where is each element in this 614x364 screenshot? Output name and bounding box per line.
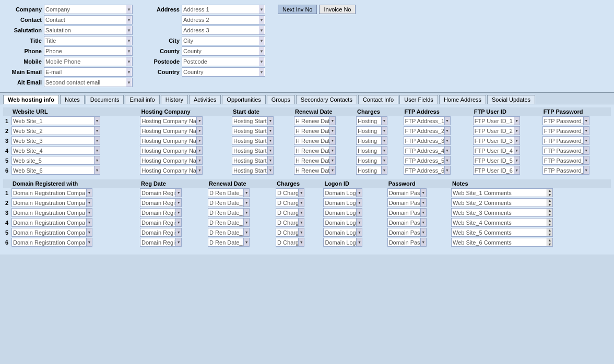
hosting-company-6-cell[interactable]: Hosting Company Name_▼: [140, 166, 203, 175]
hosting-start-2-cell[interactable]: Hosting Start▼: [232, 126, 274, 135]
tab-activities[interactable]: Activities: [189, 95, 221, 104]
domain-notes-6-scroll-down[interactable]: ▼: [547, 242, 552, 247]
domain-charges-5-cell[interactable]: D Charg▼: [276, 228, 304, 237]
hosting-ftpaddr-4-cell[interactable]: FTP Address_4▼: [404, 146, 451, 155]
hosting-charges-1-cell[interactable]: Hosting▼: [356, 116, 387, 125]
tab-notes[interactable]: Notes: [60, 95, 85, 104]
hosting-ftpuid-6-cell[interactable]: FTP User ID_6▼: [473, 166, 520, 175]
hosting-ftpaddr-6-cell[interactable]: FTP Address_6▼: [404, 166, 451, 175]
hosting-ftpuid-4-cell[interactable]: FTP User ID_4▼: [473, 146, 520, 155]
domain-notes-5-scroll-down[interactable]: ▼: [547, 233, 552, 237]
domain-regdate-3-cell[interactable]: Domain Regis▼: [140, 208, 182, 217]
domain-logon-5-cell[interactable]: Domain Logc▼: [323, 228, 362, 237]
hosting-renewal-6-cell[interactable]: H Renew Dat▼: [294, 166, 336, 175]
input-city[interactable]: City▼: [182, 36, 265, 45]
input-addr2[interactable]: Address 2▼: [182, 15, 265, 25]
domain-pw-5-cell[interactable]: Domain Passw▼: [387, 228, 427, 237]
domain-pw-4-cell[interactable]: Domain Passw▼: [387, 218, 427, 227]
hosting-start-6-cell[interactable]: Hosting Start▼: [232, 166, 274, 175]
domain-pw-2-cell[interactable]: Domain Passw▼: [387, 198, 427, 207]
hosting-charges-4-cell[interactable]: Hosting▼: [356, 146, 387, 155]
domain-notes-2-textarea[interactable]: Web Site_2 Comments▲▼: [451, 198, 553, 207]
domain-rendate-1-cell[interactable]: D Ren Date_▼: [208, 188, 250, 197]
domain-notes-6-scroll-up[interactable]: ▲: [547, 238, 552, 242]
domain-rendate-5-cell[interactable]: D Ren Date_▼: [208, 228, 250, 237]
domain-logon-3-cell[interactable]: Domain Logc▼: [323, 208, 362, 217]
domain-rendate-4-cell[interactable]: D Ren Date_▼: [208, 218, 250, 227]
hosting-start-5-cell[interactable]: Hosting Start▼: [232, 156, 274, 165]
tab-user-fields[interactable]: User Fields: [399, 95, 438, 104]
hosting-company-2-cell[interactable]: Hosting Company Name_▼: [140, 126, 203, 135]
hosting-ftpaddr-2-cell[interactable]: FTP Address_2▼: [404, 126, 451, 135]
domain-logon-1-cell[interactable]: Domain Logc▼: [323, 188, 362, 197]
input-main-email[interactable]: E-mail▼: [44, 67, 133, 77]
domain-charges-1-cell[interactable]: D Charg▼: [276, 188, 304, 197]
tab-web-hosting-info[interactable]: Web hosting info: [3, 95, 59, 104]
domain-logon-2-cell[interactable]: Domain Logc▼: [323, 198, 362, 207]
input-title[interactable]: Title▼: [44, 36, 133, 45]
hosting-start-1-cell[interactable]: Hosting Start▼: [232, 116, 274, 125]
domain-regdate-5-cell[interactable]: Domain Regis▼: [140, 228, 182, 237]
hosting-ftppw-6-cell[interactable]: FTP Password_6▼: [542, 166, 589, 175]
invoice-button[interactable]: Invoice No: [319, 5, 356, 14]
domain-logon-4-cell[interactable]: Domain Logc▼: [323, 218, 362, 227]
tab-opportunities[interactable]: Opportunities: [222, 95, 265, 104]
tab-email-info[interactable]: Email info: [125, 95, 159, 104]
tab-home-address[interactable]: Home Address: [439, 95, 486, 104]
input-country[interactable]: Country▼: [182, 67, 265, 77]
hosting-ftppw-2-cell[interactable]: FTP Password_2▼: [542, 126, 589, 135]
hosting-ftppw-4-cell[interactable]: FTP Password_4▼: [542, 146, 589, 155]
domain-pw-1-cell[interactable]: Domain Passw▼: [387, 188, 427, 197]
domain-regdate-4-cell[interactable]: Domain Regis▼: [140, 218, 182, 227]
domain-notes-4-scroll-down[interactable]: ▼: [547, 223, 552, 227]
input-mobile[interactable]: Mobile Phone▼: [44, 57, 133, 66]
hosting-charges-6-cell[interactable]: Hosting▼: [356, 166, 387, 175]
hosting-company-3-cell[interactable]: Hosting Company Name_▼: [140, 136, 203, 145]
domain-charges-4-cell[interactable]: D Charg▼: [276, 218, 304, 227]
hosting-ftpaddr-3-cell[interactable]: FTP Address_3▼: [404, 136, 451, 145]
hosting-ftpuid-3-cell[interactable]: FTP User ID_3▼: [473, 136, 520, 145]
domain-charges-6-cell[interactable]: D Charg▼: [276, 238, 304, 247]
domain-notes-3-scroll-up[interactable]: ▲: [547, 209, 552, 213]
hosting-ftppw-1-cell[interactable]: FTP Password_1▼: [542, 116, 589, 125]
hosting-url-6-cell[interactable]: Web Site_6▼: [11, 166, 100, 175]
domain-notes-3-scroll-down[interactable]: ▼: [547, 213, 552, 217]
domain-pw-3-cell[interactable]: Domain Passw▼: [387, 208, 427, 217]
hosting-start-3-cell[interactable]: Hosting Start▼: [232, 136, 274, 145]
hosting-url-3-cell[interactable]: Web Site_3▼: [11, 136, 100, 145]
hosting-ftpuid-2-cell[interactable]: FTP User ID_2▼: [473, 126, 520, 135]
input-county[interactable]: County▼: [182, 46, 265, 56]
domain-notes-6-textarea[interactable]: Web Site_6 Comments▲▼: [451, 238, 553, 247]
domain-dom-3-cell[interactable]: Domain Registration Compa▼: [11, 208, 92, 217]
hosting-renewal-4-cell[interactable]: H Renew Dat▼: [294, 146, 336, 155]
domain-rendate-3-cell[interactable]: D Ren Date_▼: [208, 208, 250, 217]
domain-notes-1-scroll-up[interactable]: ▲: [547, 189, 552, 193]
hosting-ftppw-3-cell[interactable]: FTP Password_3▼: [542, 136, 589, 145]
hosting-url-1-cell[interactable]: Web Site_1▼: [11, 116, 100, 125]
hosting-renewal-2-cell[interactable]: H Renew Dat▼: [294, 126, 336, 135]
input-addr1[interactable]: Address 1▼: [182, 5, 265, 14]
domain-regdate-1-cell[interactable]: Domain Regis▼: [140, 188, 182, 197]
domain-notes-4-scroll-up[interactable]: ▲: [547, 219, 552, 223]
domain-charges-3-cell[interactable]: D Charg▼: [276, 208, 304, 217]
domain-notes-2-scroll-up[interactable]: ▲: [547, 199, 552, 203]
domain-notes-5-textarea[interactable]: Web Site_5 Comments▲▼: [451, 228, 553, 237]
input-postcode[interactable]: Postcode▼: [182, 57, 265, 66]
domain-logon-6-cell[interactable]: Domain Logc▼: [323, 238, 362, 247]
hosting-ftpuid-1-cell[interactable]: FTP User ID_1▼: [473, 116, 520, 125]
domain-notes-1-scroll-down[interactable]: ▼: [547, 193, 552, 197]
tab-documents[interactable]: Documents: [86, 95, 124, 104]
domain-rendate-6-cell[interactable]: D Ren Date_▼: [208, 238, 250, 247]
tab-history[interactable]: History: [161, 95, 188, 104]
domain-notes-3-textarea[interactable]: Web Site_3 Comments▲▼: [451, 208, 553, 217]
hosting-charges-2-cell[interactable]: Hosting▼: [356, 126, 387, 135]
tab-secondary-contacts[interactable]: Secondary Contacts: [296, 95, 357, 104]
hosting-ftpuid-5-cell[interactable]: FTP User ID_5▼: [473, 156, 520, 165]
domain-notes-5-scroll-up[interactable]: ▲: [547, 228, 552, 233]
tab-contact-info[interactable]: Contact Info: [358, 95, 398, 104]
hosting-ftppw-5-cell[interactable]: FTP Password_5▼: [542, 156, 589, 165]
hosting-company-5-cell[interactable]: Hosting Company Name_▼: [140, 156, 203, 165]
hosting-company-4-cell[interactable]: Hosting Company Name_▼: [140, 146, 203, 155]
input-phone[interactable]: Phone▼: [44, 46, 133, 56]
domain-notes-1-textarea[interactable]: Web Site_1 Comments▲▼: [451, 188, 553, 197]
